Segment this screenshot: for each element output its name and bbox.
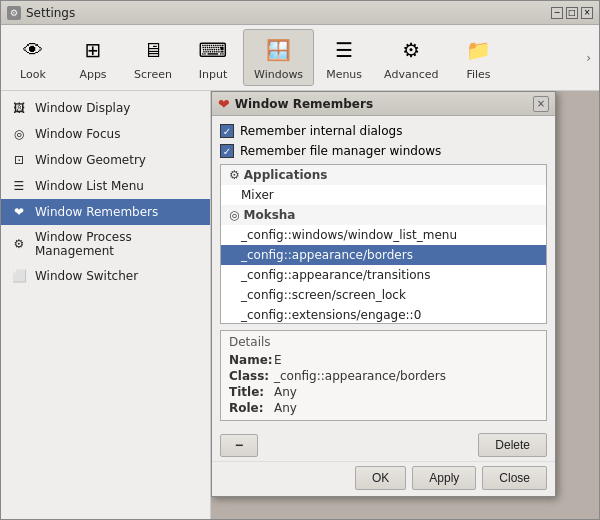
sidebar-item-window-focus-label: Window Focus — [35, 127, 120, 141]
main-content: Boo ❤ Window Remembers × ✓ Remember inte… — [211, 91, 599, 519]
sidebar-item-window-display[interactable]: 🖼 Window Display — [1, 95, 210, 121]
menus-icon: ☰ — [328, 34, 360, 66]
list-item-extensions-engage[interactable]: _config::extensions/engage::0 — [221, 305, 546, 324]
moksha-section-icon: ◎ — [229, 208, 239, 222]
details-title-label: Title: — [229, 385, 274, 399]
toolbar-look[interactable]: 👁 Look — [3, 30, 63, 85]
sidebar-item-window-list-menu[interactable]: ☰ Window List Menu — [1, 173, 210, 199]
remember-internal-dialogs-checkbox[interactable]: ✓ — [220, 124, 234, 138]
applications-section-icon: ⚙ — [229, 168, 240, 182]
toolbar: 👁 Look ⊞ Apps 🖥 Screen ⌨ Input 🪟 Windows… — [1, 25, 599, 91]
dialog-actions: OK Apply Close — [212, 461, 555, 496]
details-section: Details Name: E Class: _config::appearan… — [220, 330, 547, 421]
apps-icon: ⊞ — [77, 34, 109, 66]
sidebar-item-window-geometry-label: Window Geometry — [35, 153, 146, 167]
list-item-screen-lock[interactable]: _config::screen/screen_lock — [221, 285, 546, 305]
advanced-label: Advanced — [384, 68, 438, 81]
details-role-row: Role: Any — [229, 400, 538, 416]
sidebar-item-window-remembers[interactable]: ❤ Window Remembers — [1, 199, 210, 225]
toolbar-screen[interactable]: 🖥 Screen — [123, 30, 183, 85]
extensions-engage-label: _config::extensions/engage::0 — [241, 308, 421, 322]
settings-icon: ⚙ — [7, 6, 21, 20]
screen-lock-label: _config::screen/screen_lock — [241, 288, 406, 302]
sidebar-item-window-switcher[interactable]: ⬜ Window Switcher — [1, 263, 210, 289]
dialog-title-heart-icon: ❤ — [218, 96, 230, 112]
details-name-row: Name: E — [229, 352, 538, 368]
remember-internal-dialogs-row: ✓ Remember internal dialogs — [220, 122, 547, 140]
sidebar-item-window-list-menu-label: Window List Menu — [35, 179, 144, 193]
details-header: Details — [229, 335, 538, 349]
windows-icon: 🪟 — [263, 34, 295, 66]
details-class-label: Class: — [229, 369, 274, 383]
window-focus-icon: ◎ — [11, 126, 27, 142]
details-class-value: _config::appearance/borders — [274, 369, 446, 383]
details-title-row: Title: Any — [229, 384, 538, 400]
menus-label: Menus — [326, 68, 362, 81]
files-icon: 📁 — [462, 34, 494, 66]
app-list[interactable]: ⚙ Applications Mixer ◎ Moksha _config:: — [220, 164, 547, 324]
remember-file-manager-row: ✓ Remember file manager windows — [220, 142, 547, 160]
look-icon: 👁 — [17, 34, 49, 66]
details-title-value: Any — [274, 385, 297, 399]
window-title: Settings — [26, 6, 75, 20]
remember-file-manager-checkbox[interactable]: ✓ — [220, 144, 234, 158]
details-name-value: E — [274, 353, 282, 367]
remember-internal-dialogs-label: Remember internal dialogs — [240, 124, 402, 138]
toolbar-menus[interactable]: ☰ Menus — [314, 30, 374, 85]
sidebar-item-window-display-label: Window Display — [35, 101, 130, 115]
sidebar-item-window-focus[interactable]: ◎ Window Focus — [1, 121, 210, 147]
sidebar-item-window-geometry[interactable]: ⊡ Window Geometry — [1, 147, 210, 173]
content-area: 🖼 Window Display ◎ Window Focus ⊡ Window… — [1, 91, 599, 519]
advanced-icon: ⚙ — [395, 34, 427, 66]
apps-label: Apps — [79, 68, 106, 81]
toolbar-more-arrow[interactable]: › — [580, 51, 597, 65]
toolbar-advanced[interactable]: ⚙ Advanced — [374, 30, 448, 85]
remember-file-manager-label: Remember file manager windows — [240, 144, 441, 158]
look-label: Look — [20, 68, 46, 81]
dialog-bottom-bar: − Delete — [212, 429, 555, 461]
minimize-button[interactable]: − — [551, 7, 563, 19]
toolbar-input[interactable]: ⌨ Input — [183, 30, 243, 85]
window-list-menu-icon: ☰ — [11, 178, 27, 194]
applications-section-label: Applications — [244, 168, 328, 182]
window-geometry-icon: ⊡ — [11, 152, 27, 168]
close-button[interactable]: × — [581, 7, 593, 19]
sidebar-item-window-process-management-label: Window Process Management — [35, 230, 200, 258]
delete-minus-icon: − — [235, 437, 243, 453]
dialog-title: Window Remembers — [235, 97, 373, 111]
delete-button[interactable]: Delete — [478, 433, 547, 457]
moksha-section-header: ◎ Moksha — [221, 205, 546, 225]
input-label: Input — [199, 68, 227, 81]
files-label: Files — [466, 68, 490, 81]
sidebar-item-window-switcher-label: Window Switcher — [35, 269, 138, 283]
dialog-title-bar: ❤ Window Remembers × — [212, 92, 555, 116]
window-process-management-icon: ⚙ — [11, 236, 27, 252]
sidebar-item-window-process-management[interactable]: ⚙ Window Process Management — [1, 225, 210, 263]
window-remembers-icon: ❤ — [11, 204, 27, 220]
title-bar-left: ⚙ Settings — [7, 6, 75, 20]
window-remembers-dialog: ❤ Window Remembers × ✓ Remember internal… — [211, 91, 556, 497]
toolbar-windows[interactable]: 🪟 Windows — [243, 29, 314, 86]
apply-button[interactable]: Apply — [412, 466, 476, 490]
sidebar: 🖼 Window Display ◎ Window Focus ⊡ Window… — [1, 91, 211, 519]
delete-minus-button[interactable]: − — [220, 434, 258, 457]
sidebar-item-window-remembers-label: Window Remembers — [35, 205, 158, 219]
window-display-icon: 🖼 — [11, 100, 27, 116]
toolbar-apps[interactable]: ⊞ Apps — [63, 30, 123, 85]
dialog-close-button[interactable]: × — [533, 96, 549, 112]
ok-button[interactable]: OK — [355, 466, 406, 490]
details-class-row: Class: _config::appearance/borders — [229, 368, 538, 384]
maximize-button[interactable]: □ — [566, 7, 578, 19]
close-button[interactable]: Close — [482, 466, 547, 490]
list-item-appearance-transitions[interactable]: _config::appearance/transitions — [221, 265, 546, 285]
list-item-mixer[interactable]: Mixer — [221, 185, 546, 205]
appearance-borders-label: _config::appearance/borders — [241, 248, 413, 262]
details-role-value: Any — [274, 401, 297, 415]
input-icon: ⌨ — [197, 34, 229, 66]
mixer-label: Mixer — [241, 188, 274, 202]
toolbar-files[interactable]: 📁 Files — [448, 30, 508, 85]
list-item-appearance-borders[interactable]: _config::appearance/borders — [221, 245, 546, 265]
details-role-label: Role: — [229, 401, 274, 415]
details-name-label: Name: — [229, 353, 274, 367]
list-item-window-list-menu[interactable]: _config::windows/window_list_menu — [221, 225, 546, 245]
